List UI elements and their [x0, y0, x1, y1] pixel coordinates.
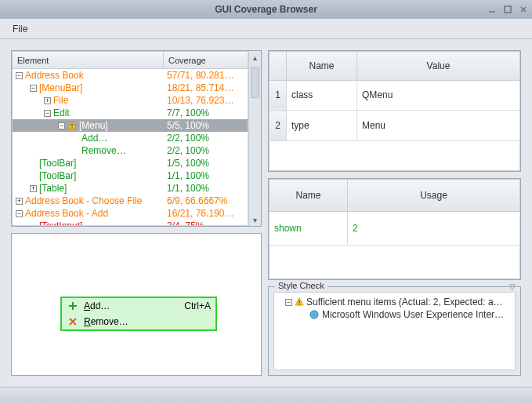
- usage-column-name[interactable]: Name: [270, 180, 348, 212]
- tree-item-coverage: 1/1, 100%: [164, 170, 248, 181]
- minimize-button[interactable]: [487, 4, 498, 15]
- menu-preview-panel: Add… Ctrl+A Remove…: [11, 233, 262, 376]
- tree-item-coverage: 2/2, 100%: [164, 133, 248, 144]
- tree-column-element[interactable]: Element: [13, 52, 164, 68]
- usage-column-usage[interactable]: Usage: [348, 180, 520, 212]
- tree-item-label: Address Book: [25, 70, 84, 81]
- tree-scrollbar[interactable]: ▴ ▾: [248, 51, 261, 226]
- style-check-item-2[interactable]: Microsoft Windows User Experience Inter…: [276, 308, 513, 321]
- tree-header: Element Coverage: [13, 52, 248, 69]
- tree-item-label: [Menu]: [79, 120, 108, 131]
- usage-panel: Name Usage shown 2: [268, 178, 521, 280]
- coverage-tree-panel: Element Coverage −Address Book57/71, 80.…: [11, 50, 262, 227]
- expander-icon[interactable]: +: [16, 198, 23, 205]
- preview-add-accel: Ctrl+A: [184, 300, 211, 311]
- tree-item-label: [ToolBar]: [39, 158, 76, 169]
- globe-icon: [309, 309, 320, 320]
- tree-item-coverage: 6/9, 66.6667%: [164, 195, 248, 206]
- properties-panel: Name Value 1 class QMenu 2 type Menu: [268, 50, 521, 172]
- expander-icon[interactable]: −: [16, 72, 23, 79]
- expander-icon[interactable]: +: [44, 97, 51, 104]
- expander-icon[interactable]: −: [30, 85, 37, 92]
- preview-menu-item-remove[interactable]: Remove…: [62, 314, 215, 329]
- tree-item-label: [Table]: [39, 183, 67, 194]
- svg-point-2: [299, 304, 299, 304]
- style-check-handle-icon[interactable]: ▽: [509, 282, 516, 291]
- menubar: File: [0, 19, 532, 39]
- window-title: GUI Coverage Browser: [215, 4, 317, 15]
- tree-item-coverage: 16/21, 76.190…: [164, 208, 248, 219]
- window-titlebar: GUI Coverage Browser: [0, 0, 532, 19]
- expander-icon: −: [285, 299, 292, 306]
- tree-row[interactable]: −Address Book - Add16/21, 76.190…: [13, 207, 248, 220]
- style-check-group: Style Check ▽ − Sufficient menu items (A…: [268, 286, 521, 376]
- tree-item-coverage: 5/5, 100%: [164, 120, 248, 131]
- tree-item-label: [TextInput]: [39, 220, 82, 226]
- tree-item-coverage: 2/2, 100%: [164, 145, 248, 156]
- status-bar: [0, 387, 532, 404]
- svg-rect-0: [505, 6, 511, 13]
- tree-item-label: [MenuBar]: [39, 82, 82, 93]
- svg-point-1: [71, 127, 72, 128]
- preview-add-label: Add…: [84, 300, 184, 311]
- tree-item-label: [ToolBar]: [39, 170, 76, 181]
- expander-icon[interactable]: −: [58, 122, 65, 129]
- props-row-2[interactable]: 2 type Menu: [270, 111, 520, 140]
- expander-icon[interactable]: −: [16, 210, 23, 217]
- style-check-title: Style Check: [275, 281, 328, 290]
- props-corner-cell: [270, 52, 287, 81]
- props-column-value[interactable]: Value: [357, 52, 520, 81]
- tree-column-coverage[interactable]: Coverage: [164, 52, 248, 68]
- tree-row[interactable]: +[Table]1/1, 100%: [13, 182, 248, 195]
- close-button[interactable]: [518, 4, 529, 15]
- tree-item-label: Address Book - Choose File: [25, 195, 142, 206]
- maximize-button[interactable]: [502, 4, 513, 15]
- menu-file[interactable]: File: [6, 21, 34, 37]
- tree-row[interactable]: +File10/13, 76.923…: [13, 94, 248, 107]
- warning-icon: [67, 121, 77, 130]
- tree-row[interactable]: −[Menu]5/5, 100%: [13, 119, 248, 132]
- menu-preview: Add… Ctrl+A Remove…: [60, 297, 217, 331]
- tree-row[interactable]: [ToolBar]1/1, 100%: [13, 169, 248, 182]
- tree-item-label: File: [53, 95, 68, 106]
- style-check-item-1[interactable]: − Sufficient menu items (Actual: 2, Expe…: [276, 296, 513, 308]
- expander-icon[interactable]: +: [30, 185, 37, 192]
- preview-remove-label: Remove…: [84, 316, 211, 327]
- tree-row[interactable]: +Address Book - Choose File6/9, 66.6667%: [13, 195, 248, 207]
- tree-row[interactable]: −Address Book57/71, 80.281…: [13, 69, 248, 82]
- tree-row[interactable]: Remove…2/2, 100%: [13, 144, 248, 157]
- tree-item-coverage: 3/4, 75%: [164, 220, 248, 226]
- tree-row[interactable]: −Edit7/7, 100%: [13, 107, 248, 119]
- tree-row[interactable]: [ToolBar]1/5, 100%: [13, 157, 248, 169]
- tree-item-label: Edit: [53, 107, 70, 118]
- tree-row[interactable]: −[MenuBar]18/21, 85.714…: [13, 82, 248, 94]
- tree-row[interactable]: Add…2/2, 100%: [13, 132, 248, 144]
- add-icon: [67, 300, 79, 312]
- tree-item-coverage: 57/71, 80.281…: [164, 70, 248, 81]
- usage-row-1[interactable]: shown 2: [270, 212, 520, 246]
- preview-menu-item-add[interactable]: Add… Ctrl+A: [62, 298, 215, 314]
- props-column-name[interactable]: Name: [287, 52, 357, 81]
- warning-icon: [295, 297, 304, 307]
- tree-item-coverage: 18/21, 85.714…: [164, 82, 248, 93]
- props-row-1[interactable]: 1 class QMenu: [270, 80, 520, 110]
- tree-item-coverage: 1/5, 100%: [164, 158, 248, 169]
- tree-item-label: Add…: [81, 133, 107, 144]
- tree-item-coverage: 10/13, 76.923…: [164, 95, 248, 106]
- tree-item-label: Remove…: [81, 145, 126, 156]
- tree-row[interactable]: [TextInput]3/4, 75%: [13, 220, 248, 226]
- tree-item-coverage: 1/1, 100%: [164, 183, 248, 194]
- tree-item-coverage: 7/7, 100%: [164, 107, 248, 118]
- tree-item-label: Address Book - Add: [25, 208, 108, 219]
- expander-icon[interactable]: −: [44, 110, 51, 117]
- remove-icon: [67, 315, 79, 328]
- svg-point-3: [310, 311, 318, 318]
